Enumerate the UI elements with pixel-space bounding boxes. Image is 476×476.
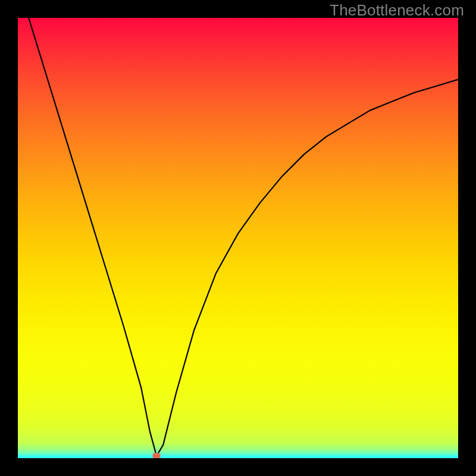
chart-frame: TheBottleneck.com: [0, 0, 476, 476]
plot-area: [18, 18, 458, 458]
bottleneck-curve: [18, 18, 458, 458]
watermark-text: TheBottleneck.com: [330, 1, 464, 20]
minimum-marker-icon: [153, 453, 161, 458]
curve-path: [18, 18, 458, 456]
